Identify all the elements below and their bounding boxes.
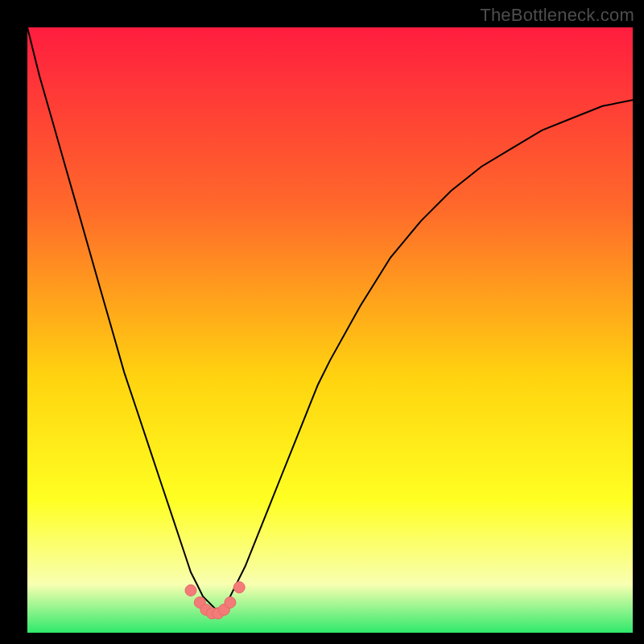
gradient-background xyxy=(27,27,633,633)
outer-frame: TheBottleneck.com xyxy=(0,0,644,644)
plot-area xyxy=(27,27,633,633)
chart-svg xyxy=(27,27,633,633)
curve-marker xyxy=(225,597,236,608)
watermark-text: TheBottleneck.com xyxy=(480,5,634,26)
curve-marker xyxy=(185,584,196,596)
curve-marker xyxy=(233,582,245,593)
